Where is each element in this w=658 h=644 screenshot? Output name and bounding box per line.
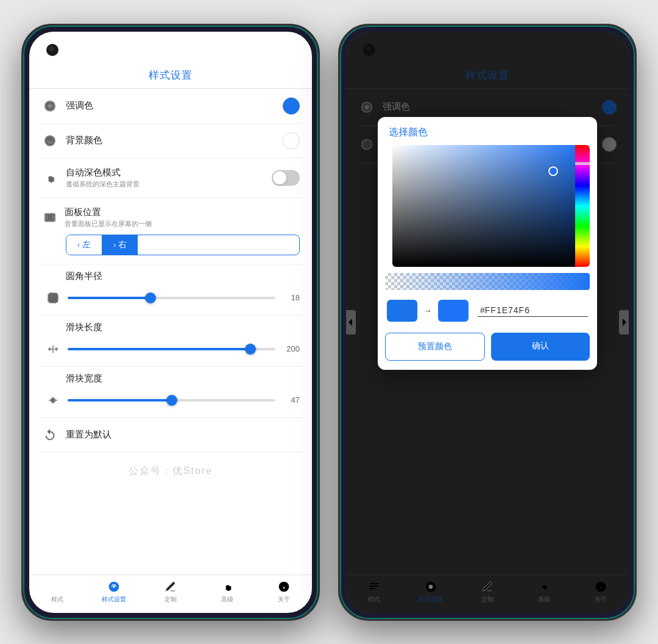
accent-color-label-group: 强调色: [66, 100, 275, 111]
color-gradient[interactable]: [392, 145, 582, 267]
hue-cursor[interactable]: [575, 162, 590, 165]
preset-colors-button[interactable]: 预置颜色: [385, 333, 485, 361]
width-icon: [44, 392, 62, 409]
advanced-icon: [221, 580, 234, 593]
nav-style-settings[interactable]: 样式设置: [86, 580, 143, 604]
gradient-area[interactable]: [385, 145, 590, 267]
slider-width-row: 47: [41, 392, 300, 409]
gear-icon: [41, 169, 58, 186]
left-phone-screen: 样式设置 强调色: [29, 32, 312, 613]
nav-advanced[interactable]: 高级: [199, 580, 255, 604]
confirm-button[interactable]: 确认: [491, 333, 590, 361]
dark-mode-toggle[interactable]: [272, 170, 300, 186]
panel-buttons-container: ‹ 左 › 右: [41, 235, 300, 255]
svg-point-7: [113, 586, 115, 587]
panel-right-btn[interactable]: › 右: [102, 235, 138, 255]
accent-color-circle[interactable]: [283, 97, 300, 115]
color-picker-title: 选择颜色: [378, 117, 597, 145]
left-tab[interactable]: [346, 310, 356, 334]
bottom-nav: 样式 样式设置: [29, 575, 312, 613]
nav-about-label: 关于: [278, 595, 290, 604]
right-phone: 样式设置 强调色: [338, 24, 637, 621]
left-phone: 样式设置 强调色: [21, 24, 320, 621]
panel-icon: [41, 209, 58, 226]
about-icon: [277, 580, 291, 593]
panel-position-setting: 面板位置 音量面板已显示在屏幕的一侧 ‹ 左 › 右: [38, 198, 303, 264]
dark-mode-label-group: 自动深色模式 遵循系统的深色主题背景: [66, 167, 264, 189]
hex-hash: #: [480, 305, 485, 315]
alpha-gradient: [385, 273, 590, 290]
svg-point-5: [51, 398, 55, 402]
slider-length-value: 200: [281, 344, 300, 353]
nav-advanced-label: 高级: [221, 595, 233, 604]
panel-pos-sublabel: 音量面板已显示在屏幕的一侧: [65, 219, 300, 228]
palette-outline-icon: [41, 132, 58, 149]
resize-icon: [44, 341, 62, 358]
picker-actions: 预置颜色 确认: [378, 327, 597, 370]
palette-icon: [41, 97, 58, 115]
bg-color-label: 背景颜色: [66, 135, 275, 146]
dark-mode-control[interactable]: [272, 170, 300, 186]
panel-pos-label: 面板位置: [65, 207, 300, 218]
right-phone-content: 样式设置 强调色: [346, 32, 629, 613]
slider-length-row: 200: [41, 341, 300, 358]
bg-color-control[interactable]: [283, 132, 300, 149]
slider-length-track[interactable]: [68, 348, 275, 350]
nav-styles[interactable]: 样式: [29, 580, 86, 604]
reset-label: 重置为默认: [66, 429, 111, 441]
nav-customize-label: 定制: [164, 595, 177, 604]
corner-radius-thumb[interactable]: [145, 292, 156, 303]
accent-color-control[interactable]: [283, 97, 300, 115]
corner-radius-track[interactable]: [68, 297, 275, 299]
camera-hole: [46, 44, 58, 56]
page-header: 样式设置: [29, 32, 312, 89]
svg-point-1: [48, 104, 52, 108]
slider-length-label: 滑块长度: [41, 322, 300, 333]
style-settings-icon: [107, 580, 121, 593]
slider-length-thumb[interactable]: [245, 344, 256, 355]
watermark: 公众号：优Store: [38, 453, 303, 490]
alpha-bar[interactable]: [385, 273, 590, 290]
gradient-cursor[interactable]: [548, 166, 558, 176]
color-picker-dialog: 选择颜色: [378, 117, 597, 370]
page-title: 样式设置: [41, 68, 300, 82]
bg-color-circle[interactable]: [283, 132, 300, 149]
slider-width-track[interactable]: [68, 399, 275, 402]
slider-length-setting: 滑块长度 200: [38, 316, 303, 367]
customize-icon: [164, 580, 177, 593]
nav-about[interactable]: 关于: [255, 580, 312, 604]
corner-radius-row: 18: [41, 289, 300, 306]
corner-radius-label: 圆角半径: [41, 271, 300, 282]
nav-styles-label: 样式: [51, 595, 63, 604]
panel-pos-label-group: 面板位置 音量面板已显示在屏幕的一侧: [65, 207, 300, 228]
right-phone-screen: 样式设置 强调色: [346, 32, 629, 613]
accent-color-setting[interactable]: 强调色: [38, 89, 303, 124]
accent-color-label: 强调色: [66, 100, 275, 111]
svg-rect-4: [48, 292, 58, 303]
hex-value[interactable]: FF1E74F6: [485, 305, 530, 315]
dark-mode-setting[interactable]: 自动深色模式 遵循系统的深色主题背景: [38, 158, 303, 198]
corner-icon: [44, 289, 62, 306]
hue-strip[interactable]: [575, 145, 590, 267]
corner-radius-setting: 圆角半径 18: [38, 264, 303, 316]
corner-radius-fill: [68, 297, 275, 299]
hex-input-container[interactable]: # FF1E74F6: [478, 304, 588, 317]
bg-color-setting[interactable]: 背景颜色: [38, 124, 303, 158]
left-phone-content: 样式设置 强调色: [29, 32, 312, 613]
color-preview-row: → # FF1E74F6: [378, 295, 597, 327]
panel-buttons[interactable]: ‹ 左 › 右: [66, 235, 300, 255]
dark-mode-sublabel: 遵循系统的深色主题背景: [66, 180, 264, 189]
dark-mode-label: 自动深色模式: [66, 167, 264, 179]
reset-icon: [41, 426, 58, 444]
right-tab[interactable]: [619, 310, 629, 334]
slider-width-thumb[interactable]: [166, 395, 177, 406]
panel-left-btn[interactable]: ‹ 左: [66, 235, 102, 255]
nav-customize[interactable]: 定制: [143, 580, 199, 604]
corner-radius-value: 18: [281, 293, 300, 302]
color-swatch-old: [387, 300, 417, 322]
bg-color-label-group: 背景颜色: [66, 135, 275, 146]
settings-list: 强调色 背景颜色: [29, 89, 312, 575]
reset-setting[interactable]: 重置为默认: [38, 418, 303, 453]
slider-width-setting: 滑块宽度: [38, 367, 303, 418]
color-picker-overlay: 选择颜色: [346, 32, 629, 613]
